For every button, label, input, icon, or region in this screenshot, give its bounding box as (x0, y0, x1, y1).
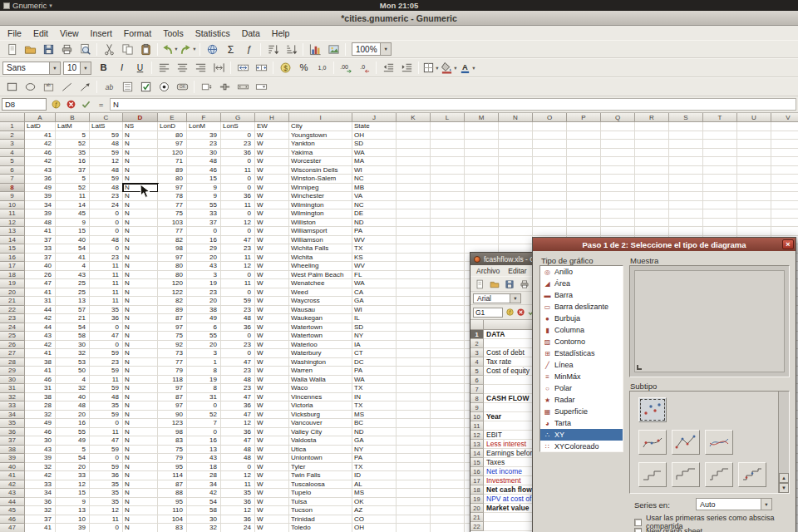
save-button[interactable] (39, 41, 57, 57)
formula-input[interactable]: N (110, 98, 796, 111)
cell-e41[interactable]: 114 (158, 471, 187, 480)
cell-d23[interactable]: N (123, 314, 158, 323)
row-header-9[interactable]: 9 (0, 192, 25, 201)
cell-g41[interactable]: 12 (221, 471, 255, 480)
cell-k17[interactable] (397, 262, 431, 271)
cell-j10[interactable]: NC (352, 201, 397, 210)
cell-d17[interactable]: N (123, 262, 158, 271)
align-left-button[interactable] (155, 60, 173, 76)
cell-b4[interactable]: 35 (56, 149, 90, 158)
row-header-44[interactable]: 44 (0, 498, 25, 507)
fcash-row-header-1[interactable]: 1 (470, 330, 484, 339)
align-right-button[interactable] (191, 60, 209, 76)
cell-h26[interactable]: W (255, 341, 289, 350)
cell-k31[interactable] (397, 384, 431, 393)
cell-l4[interactable] (431, 149, 465, 158)
cell-h30[interactable]: W (255, 376, 289, 385)
cell-g5[interactable]: 0 (221, 157, 255, 166)
cell-q7[interactable] (601, 175, 635, 184)
cell-k23[interactable] (397, 314, 431, 323)
cell-d24[interactable]: N (123, 323, 158, 332)
cell-o12[interactable] (533, 219, 567, 228)
cell-b11[interactable]: 45 (56, 209, 90, 219)
cell-f31[interactable]: 8 (187, 384, 221, 393)
row-header-24[interactable]: 24 (0, 323, 25, 332)
cell-a6[interactable]: 43 (25, 166, 56, 175)
cell-k18[interactable] (397, 271, 431, 280)
cell-l41[interactable] (431, 471, 465, 480)
cell-a39[interactable]: 39 (25, 454, 56, 463)
cell-l1[interactable] (431, 122, 465, 131)
cell-c45[interactable]: 12 (90, 506, 123, 515)
cell-i45[interactable]: Tucson (289, 506, 352, 515)
cell-p1[interactable] (567, 122, 601, 131)
window-titlebar[interactable]: *cities.gnumeric - Gnumeric (0, 11, 798, 26)
cell-g25[interactable]: 0 (221, 332, 255, 341)
cell-k33[interactable] (397, 401, 431, 411)
cell-l44[interactable] (431, 498, 465, 507)
cell-c24[interactable]: 0 (90, 323, 123, 332)
cell-e29[interactable]: 79 (158, 367, 187, 376)
cell-e42[interactable]: 87 (158, 480, 187, 490)
cell-f42[interactable]: 34 (187, 480, 221, 490)
cell-l11[interactable] (431, 209, 465, 219)
paste-name-button[interactable]: ƒ (48, 97, 63, 112)
font-size-combo[interactable]: 10 ▾ (63, 62, 91, 75)
row-header-8[interactable]: 8 (0, 184, 25, 193)
row-header-28[interactable]: 28 (0, 358, 25, 367)
cell-k40[interactable] (397, 463, 431, 472)
underline-button[interactable]: U (131, 60, 149, 76)
cell-f5[interactable]: 48 (187, 157, 221, 166)
cell-e19[interactable]: 120 (158, 279, 187, 288)
cell-a42[interactable]: 33 (25, 480, 56, 490)
cell-i29[interactable]: Warren (289, 367, 352, 376)
cell-d43[interactable]: N (123, 489, 158, 498)
cell-p12[interactable] (567, 219, 601, 228)
cell-b47[interactable]: 39 (56, 524, 90, 532)
cell-c26[interactable]: 0 (90, 341, 123, 350)
cell-j23[interactable]: IL (352, 314, 397, 323)
shared-abscissa-checkbox[interactable] (634, 519, 642, 526)
cell-g24[interactable]: 36 (221, 323, 255, 332)
cell-g36[interactable]: 36 (221, 428, 255, 437)
cell-s10[interactable] (669, 201, 703, 210)
cell-h18[interactable]: W (255, 271, 289, 280)
clock[interactable]: Mon 21:05 (380, 1, 418, 10)
cell-s2[interactable] (669, 131, 703, 140)
cell-j15[interactable]: TX (352, 244, 397, 254)
cell-r9[interactable] (635, 192, 669, 201)
cell-h23[interactable]: W (255, 314, 289, 323)
cell-i27[interactable]: Waterbury (289, 349, 352, 358)
cell-f35[interactable]: 7 (187, 419, 221, 428)
cell-d27[interactable]: N (123, 349, 158, 358)
cell-j45[interactable]: AZ (352, 506, 397, 515)
cell-b15[interactable]: 54 (56, 244, 90, 254)
cell-d32[interactable]: N (123, 393, 158, 402)
cell-d10[interactable]: N (123, 201, 158, 210)
cell-g19[interactable]: 11 (221, 279, 255, 288)
cell-k28[interactable] (397, 358, 431, 367)
cell-j18[interactable]: FL (352, 271, 397, 280)
frame-button[interactable]: ab (39, 79, 57, 96)
cell-q10[interactable] (601, 201, 635, 210)
cell-e3[interactable]: 97 (158, 140, 187, 149)
cell-t9[interactable] (703, 192, 737, 201)
cell-f23[interactable]: 49 (187, 314, 221, 323)
cell-j39[interactable]: PA (352, 454, 397, 463)
cell-j11[interactable]: DE (352, 209, 397, 219)
cell-a45[interactable]: 32 (25, 506, 56, 515)
cell-l8[interactable] (431, 184, 465, 193)
cell-h20[interactable]: W (255, 288, 289, 298)
cell-e28[interactable]: 77 (158, 358, 187, 367)
cell-f36[interactable]: 0 (187, 428, 221, 437)
cell-j33[interactable]: TX (352, 401, 397, 411)
cell-f2[interactable]: 39 (187, 131, 221, 140)
cell-i23[interactable]: Waukegan (289, 314, 352, 323)
cell-d28[interactable]: N (123, 358, 158, 367)
cell-v1[interactable] (771, 122, 798, 131)
cell-s11[interactable] (669, 209, 703, 219)
cell-b3[interactable]: 52 (56, 140, 90, 149)
cell-k9[interactable] (397, 192, 431, 201)
cell-v5[interactable] (771, 157, 798, 166)
cell-l2[interactable] (431, 131, 465, 140)
